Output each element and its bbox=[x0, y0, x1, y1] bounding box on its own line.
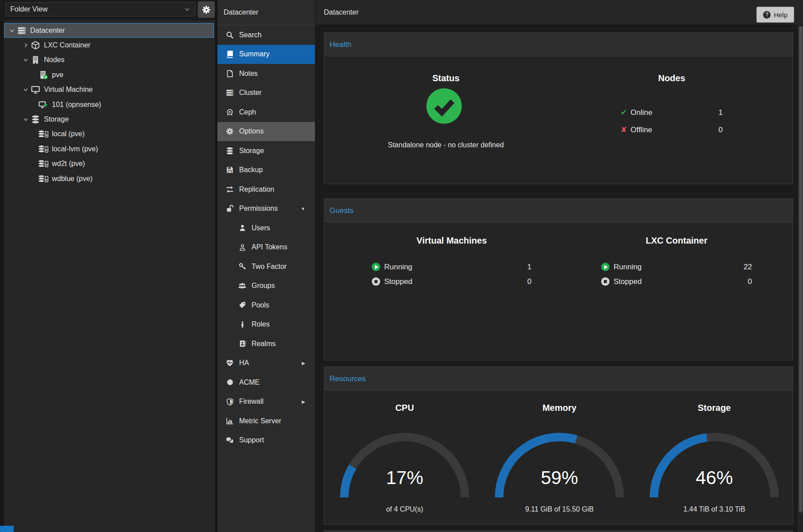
bar-chart-icon bbox=[224, 417, 235, 425]
tree-settings-button[interactable] bbox=[198, 1, 215, 18]
cross-icon: ✘ bbox=[621, 125, 627, 134]
vertical-scrollbar[interactable] bbox=[798, 25, 803, 532]
comments-icon bbox=[224, 436, 235, 444]
server-stack-icon bbox=[224, 89, 235, 97]
guests-panel-title: Guests bbox=[324, 199, 793, 222]
user-icon bbox=[237, 224, 248, 232]
nav-item-backup[interactable]: Backup bbox=[217, 161, 315, 180]
key-icon bbox=[237, 263, 248, 270]
tree-item-storage-wd2t[interactable]: wd2t (pve) bbox=[4, 157, 214, 171]
tree-item-storage-local-lvm[interactable]: local-lvm (pve) bbox=[4, 142, 214, 156]
nav-item-search[interactable]: Search bbox=[217, 25, 315, 45]
health-panel-title: Health bbox=[324, 33, 793, 56]
nav-item-ceph[interactable]: Ceph bbox=[217, 102, 315, 122]
view-mode-select[interactable]: Folder View bbox=[5, 2, 195, 16]
nodes-online-row: ✔ Online 1 bbox=[621, 104, 723, 121]
nav-item-storage[interactable]: Storage bbox=[217, 141, 315, 161]
person-icon bbox=[237, 321, 248, 328]
monitor-play-icon bbox=[38, 100, 49, 109]
offline-count: 0 bbox=[719, 126, 723, 134]
vm-running-count: 1 bbox=[527, 263, 531, 272]
caret-right-icon: ▶ bbox=[302, 361, 305, 366]
database-drive-icon bbox=[38, 159, 49, 168]
tree-item-vm-101[interactable]: 101 (opnsense) bbox=[4, 97, 214, 112]
nav-item-acme[interactable]: ACME bbox=[217, 373, 315, 392]
play-circle-icon bbox=[372, 263, 380, 271]
tree-item-label: Nodes bbox=[44, 56, 64, 64]
tree-item-virtual-machine[interactable]: Virtual Machine bbox=[4, 83, 214, 97]
nav-item-notes[interactable]: Notes bbox=[217, 64, 315, 83]
nav-item-two-factor[interactable]: Two Factor bbox=[217, 257, 315, 276]
chevron-down-icon[interactable] bbox=[8, 28, 16, 33]
tree-toolbar: Folder View bbox=[0, 0, 215, 20]
check-icon: ✔ bbox=[621, 108, 627, 117]
storage-usage-caption: 1.44 TiB of 3.10 TiB bbox=[637, 505, 792, 513]
cpu-gauge: CPU 17% of 4 CPU(s) bbox=[327, 367, 482, 525]
nav-item-ha[interactable]: HA ▶ bbox=[217, 354, 315, 373]
nav-item-firewall[interactable]: Firewall ▶ bbox=[217, 392, 315, 412]
stop-circle-icon bbox=[372, 277, 380, 286]
memory-usage-percent: 59% bbox=[482, 467, 637, 489]
online-count: 1 bbox=[719, 108, 723, 117]
chevron-right-icon[interactable] bbox=[21, 43, 30, 48]
tree-item-nodes[interactable]: Nodes bbox=[4, 53, 214, 67]
lxc-running-row: Running 22 bbox=[601, 260, 752, 274]
tree-item-label: 101 (opnsense) bbox=[52, 101, 101, 109]
nav-item-api-tokens[interactable]: API Tokens bbox=[217, 238, 315, 257]
tree-item-datacenter[interactable]: Datacenter bbox=[4, 23, 214, 38]
chevron-down-icon[interactable] bbox=[21, 57, 30, 63]
nav-item-support[interactable]: Support bbox=[217, 431, 315, 450]
stop-circle-icon bbox=[601, 277, 610, 286]
gear-icon bbox=[202, 5, 211, 14]
tree-item-label: wdblue (pve) bbox=[52, 175, 93, 183]
nodes-offline-row: ✘ Offline 0 bbox=[621, 121, 723, 138]
lxc-running-count: 22 bbox=[744, 263, 752, 272]
nav-item-replication[interactable]: Replication bbox=[217, 180, 315, 199]
tree-item-label: pve bbox=[52, 71, 63, 79]
main-header: Datacenter ? Help bbox=[315, 0, 803, 25]
status-ok-icon bbox=[425, 87, 463, 125]
datacenter-nav-panel: Datacenter Search Summary Notes Cluster … bbox=[217, 0, 315, 532]
chevron-down-icon[interactable] bbox=[21, 87, 30, 92]
database-icon bbox=[224, 147, 235, 155]
lxc-stopped-count: 0 bbox=[748, 277, 752, 286]
tree-item-storage-wdblue[interactable]: wdblue (pve) bbox=[4, 171, 214, 186]
play-circle-icon bbox=[601, 263, 610, 271]
nav-item-groups[interactable]: Groups bbox=[217, 276, 315, 296]
vm-running-row: Running 1 bbox=[372, 260, 531, 274]
nav-item-summary[interactable]: Summary bbox=[217, 45, 315, 64]
vm-section-title: Virtual Machines bbox=[324, 236, 579, 246]
lxc-section-title: LXC Container bbox=[579, 236, 774, 246]
scrollbar-thumb[interactable] bbox=[799, 26, 803, 512]
database-drive-icon bbox=[38, 174, 49, 183]
book-icon bbox=[224, 50, 235, 58]
cube-icon bbox=[30, 41, 41, 50]
tree-item-label: LXC Container bbox=[44, 41, 91, 49]
nav-item-roles[interactable]: Roles bbox=[217, 315, 315, 335]
summary-content: Health Status Standalone node - no clust… bbox=[315, 25, 798, 532]
nav-item-cluster[interactable]: Cluster bbox=[217, 83, 315, 103]
nav-item-options[interactable]: Options bbox=[217, 122, 315, 142]
nav-item-users[interactable]: Users bbox=[217, 218, 315, 238]
help-button[interactable]: ? Help bbox=[756, 7, 794, 23]
vm-stopped-count: 0 bbox=[527, 277, 531, 286]
tree-item-lxc-container[interactable]: LXC Container bbox=[4, 38, 214, 52]
health-panel: Health Status Standalone node - no clust… bbox=[324, 32, 793, 184]
nav-item-metric-server[interactable]: Metric Server bbox=[217, 411, 315, 431]
nodes-section-title: Nodes bbox=[567, 73, 776, 83]
address-book-icon bbox=[237, 340, 248, 347]
tree-item-label: Virtual Machine bbox=[44, 86, 93, 94]
nav-item-pools[interactable]: Pools bbox=[217, 296, 315, 315]
users-group-icon bbox=[237, 282, 248, 290]
storage-usage-percent: 46% bbox=[637, 467, 792, 489]
chevron-down-icon[interactable] bbox=[21, 117, 30, 122]
storage-gauge: Storage 46% 1.44 TiB of 3.10 TiB bbox=[637, 367, 792, 525]
tree-item-storage-local[interactable]: local (pve) bbox=[4, 127, 214, 142]
nav-item-realms[interactable]: Realms bbox=[217, 334, 315, 354]
tree-item-pve[interactable]: pve bbox=[4, 67, 214, 82]
next-panel-sliver bbox=[324, 530, 793, 532]
tree-item-storage[interactable]: Storage bbox=[4, 112, 214, 126]
bottom-left-accent bbox=[0, 526, 14, 532]
nav-item-permissions[interactable]: Permissions ▼ bbox=[217, 199, 315, 219]
tree-item-label: wd2t (pve) bbox=[52, 160, 85, 168]
